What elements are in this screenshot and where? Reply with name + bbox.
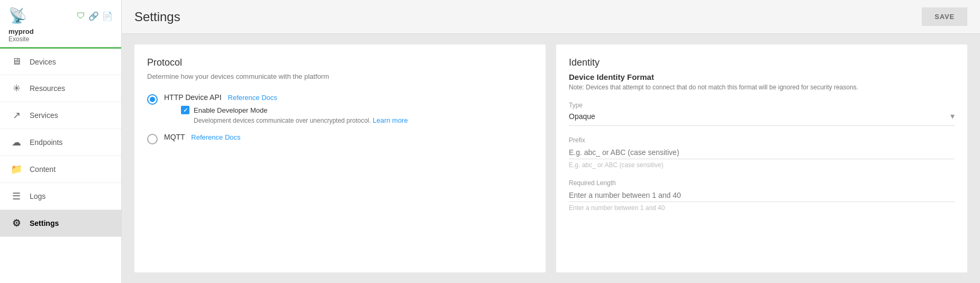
mqtt-radio[interactable] [147,134,158,144]
protocol-title: Protocol [147,57,533,68]
dev-mode-row: ✓ Enable Developer Mode [181,106,408,114]
mqtt-ref-link[interactable]: Reference Docs [191,133,240,141]
identity-card: Identity Device Identity Format Note: De… [556,44,967,272]
required-length-input[interactable] [569,189,955,202]
shield-icon: 🛡 [77,11,85,21]
required-length-hint: Enter a number between 1 and 40 [569,204,955,212]
sidebar-label-devices: Devices [30,58,56,66]
endpoints-icon: ☁ [11,136,22,148]
dev-mode-section: ✓ Enable Developer Mode Development devi… [181,106,408,124]
org-name: myprod [8,28,113,35]
identity-section: Device Identity Format Note: Devices tha… [569,72,955,91]
topbar: Settings SAVE [122,0,980,34]
logo-icon: 📡 [8,8,27,23]
identity-note: Note: Devices that attempt to connect th… [569,84,955,91]
protocol-option-http: HTTP Device API Reference Docs ✓ Enable … [147,93,533,124]
sidebar-label-resources: Resources [30,84,65,93]
sidebar-label-logs: Logs [30,192,46,200]
save-button[interactable]: SAVE [922,7,967,26]
sidebar-label-services: Services [30,111,58,120]
chevron-down-icon: ▾ [950,111,955,121]
required-length-label: Required Length [569,179,955,187]
dev-mode-label: Enable Developer Mode [194,106,267,114]
type-label: Type [569,102,955,109]
org-sub: Exosite [8,35,113,43]
resources-icon: ✳ [11,83,22,94]
identity-title: Identity [569,57,955,68]
http-radio[interactable] [147,94,158,105]
identity-section-title: Device Identity Format [569,72,955,81]
header-icons: 🛡 🔗 📄 [77,11,113,21]
prefix-label: Prefix [569,136,955,144]
prefix-input[interactable] [569,146,955,159]
settings-icon: ⚙ [11,217,22,229]
http-radio-dot [150,97,155,102]
prefix-field-group: Prefix E.g. abc_ or ABC (case sensitive) [569,136,955,169]
checkmark-icon: ✓ [183,107,188,114]
protocol-option-mqtt: MQTT Reference Docs [147,133,533,144]
sidebar-header: 📡 🛡 🔗 📄 myprod Exosite [0,0,121,49]
prefix-hint: E.g. abc_ or ABC (case sensitive) [569,161,955,169]
services-icon: ↗ [11,109,22,121]
logs-icon: ☰ [11,190,22,202]
sidebar-item-logs[interactable]: ☰ Logs [0,183,121,210]
mqtt-label: MQTT [164,133,185,141]
content-icon: 📁 [11,163,22,175]
http-label: HTTP Device API [164,93,222,102]
required-length-field-group: Required Length Enter a number between 1… [569,179,955,212]
page-title: Settings [134,10,180,24]
dev-mode-checkbox[interactable]: ✓ [181,106,189,114]
content-area: Protocol Determine how your devices comm… [122,34,980,283]
link-icon: 🔗 [88,11,99,21]
sidebar-item-endpoints[interactable]: ☁ Endpoints [0,129,121,156]
sidebar-item-resources[interactable]: ✳ Resources [0,75,121,102]
sidebar-item-settings[interactable]: ⚙ Settings [0,210,121,237]
doc-icon: 📄 [102,11,113,21]
http-option-content: HTTP Device API Reference Docs ✓ Enable … [164,93,408,124]
type-value: Opaque [569,112,595,121]
sidebar-item-content[interactable]: 📁 Content [0,156,121,183]
type-field-group: Type Opaque ▾ [569,102,955,126]
sidebar-label-content: Content [30,165,56,174]
sidebar-item-services[interactable]: ↗ Services [0,102,121,129]
sidebar-label-settings: Settings [30,219,59,227]
mqtt-option-content: MQTT Reference Docs [164,133,241,141]
sidebar-item-devices[interactable]: 🖥 Devices [0,49,121,75]
devices-icon: 🖥 [11,56,22,67]
sidebar-logo: 📡 🛡 🔗 📄 [8,8,113,23]
main-area: Settings SAVE Protocol Determine how you… [122,0,980,283]
http-ref-link[interactable]: Reference Docs [228,94,277,102]
learn-more-link[interactable]: Learn more [373,116,407,124]
protocol-card: Protocol Determine how your devices comm… [134,44,546,272]
protocol-subtitle: Determine how your devices communicate w… [147,72,533,80]
type-value-row[interactable]: Opaque ▾ [569,111,955,126]
dev-mode-desc: Development devices communicate over une… [194,116,408,124]
sidebar: 📡 🛡 🔗 📄 myprod Exosite 🖥 Devices ✳ Resou… [0,0,122,283]
sidebar-label-endpoints: Endpoints [30,138,62,147]
